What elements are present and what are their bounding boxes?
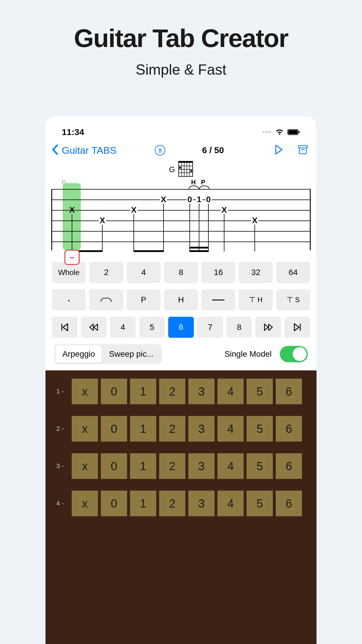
tab-note[interactable]: X [160, 195, 167, 204]
fret-button[interactable]: x [72, 416, 98, 442]
tab-note[interactable]: 1 [196, 195, 202, 204]
tab-note[interactable]: X [68, 205, 76, 215]
play-icon[interactable] [275, 145, 283, 156]
chord-diagram-icon[interactable] [178, 162, 193, 177]
dash-icon [212, 300, 224, 300]
svg-rect-2 [299, 131, 300, 133]
mode-segmented-control[interactable]: Arpeggio Sweep pic... [54, 344, 162, 364]
tab-note[interactable]: 0 [205, 195, 212, 204]
position-4-button[interactable]: 4 [110, 317, 136, 338]
nav-back-label[interactable]: Guitar TABS [62, 145, 117, 156]
pull-off-button[interactable]: P [127, 289, 161, 310]
fret-button[interactable]: 1 [130, 416, 156, 442]
skip-end-button[interactable] [284, 317, 310, 338]
fret-button[interactable]: 6 [276, 416, 302, 442]
fret-row-2: 2 - x 0 1 2 3 4 5 6 [45, 413, 317, 444]
back-chevron-icon[interactable] [51, 144, 59, 156]
duration-8-button[interactable]: 8 [164, 262, 198, 283]
fret-button[interactable]: 4 [217, 453, 244, 479]
delete-note-button[interactable]: – [64, 250, 80, 265]
duration-64-button[interactable]: 64 [276, 262, 310, 283]
fret-button[interactable]: 6 [276, 379, 302, 404]
tab-note[interactable]: 0 [187, 195, 193, 204]
duration-16-button[interactable]: 16 [201, 262, 235, 283]
fret-button[interactable]: 3 [188, 379, 215, 404]
skip-start-icon [59, 322, 70, 332]
segment-sweep[interactable]: Sweep pic... [102, 345, 161, 363]
duration-2-button[interactable]: 2 [89, 262, 123, 283]
fret-button[interactable]: 5 [247, 491, 273, 516]
fret-button[interactable]: 1 [130, 453, 156, 479]
fret-button[interactable]: 0 [101, 491, 127, 516]
fret-button[interactable]: 4 [217, 416, 244, 442]
tab-note[interactable]: X [221, 205, 228, 215]
segment-arpeggio[interactable]: Arpeggio [55, 345, 102, 363]
skip-end-icon [292, 322, 303, 332]
tab-staff-area[interactable]: 6 H P X X X X 0 1 0 X X [45, 178, 317, 262]
tap-slide-button[interactable]: ⊤S [276, 289, 310, 310]
tap-hammer-button[interactable]: ⊤H [239, 289, 273, 310]
fret-button[interactable]: x [72, 453, 98, 479]
fret-button[interactable]: 0 [101, 379, 127, 404]
single-model-toggle[interactable] [280, 346, 308, 362]
single-model-label: Single Model [224, 349, 272, 359]
fret-button[interactable]: 1 [130, 379, 156, 404]
tie-button[interactable] [89, 289, 123, 310]
skip-start-button[interactable] [52, 317, 78, 338]
fast-forward-button[interactable] [255, 317, 281, 338]
fret-button[interactable]: 4 [217, 379, 244, 404]
fret-button[interactable]: x [72, 379, 98, 404]
string-label-3: 3 - [51, 462, 69, 470]
position-6-button[interactable]: 6 [168, 317, 194, 338]
rewind-icon [89, 322, 99, 332]
dot-button[interactable]: · [52, 289, 86, 310]
duration-whole-button[interactable]: Whole [52, 262, 86, 283]
fret-button[interactable]: 5 [247, 453, 273, 479]
fret-button[interactable]: 0 [101, 453, 127, 479]
fret-button[interactable]: 6 [276, 453, 302, 479]
phone-frame: 11:34 •••• Guitar TABS ± 6 / 50 G [45, 116, 317, 644]
string-label-2: 2 - [51, 425, 69, 433]
status-bar: 11:34 •••• [45, 116, 317, 142]
fret-button[interactable]: 3 [188, 491, 215, 516]
duration-4-button[interactable]: 4 [127, 262, 161, 283]
plus-minus-icon[interactable]: ± [155, 145, 165, 155]
status-time: 11:34 [62, 127, 84, 137]
duration-32-button[interactable]: 32 [239, 262, 273, 283]
fret-button[interactable]: 4 [217, 491, 244, 516]
rewind-button[interactable] [81, 317, 107, 338]
fret-button[interactable]: 1 [130, 491, 156, 516]
archive-icon[interactable] [298, 145, 308, 155]
string-label-1: 1 - [51, 388, 69, 395]
hammer-on-button[interactable]: H [164, 289, 198, 310]
mode-row: Arpeggio Sweep pic... Single Model [45, 344, 317, 370]
position-counter: 6 / 50 [202, 145, 224, 155]
tab-note[interactable]: X [251, 216, 259, 225]
tab-note[interactable]: X [130, 205, 138, 215]
tab-note[interactable]: X [99, 216, 106, 225]
position-8-button[interactable]: 8 [226, 317, 252, 338]
fret-button[interactable]: 2 [159, 491, 185, 516]
chord-indicator: G [45, 159, 317, 178]
fret-button[interactable]: 5 [247, 416, 273, 442]
tab-staff[interactable]: H P X X X X 0 1 0 X X – [51, 189, 311, 250]
fret-button[interactable]: x [72, 491, 98, 516]
fret-button[interactable]: 0 [101, 416, 127, 442]
chord-name: G [169, 165, 175, 174]
position-7-button[interactable]: 7 [197, 317, 223, 338]
svg-point-12 [179, 167, 181, 169]
fret-button[interactable]: 5 [247, 379, 273, 404]
fret-button[interactable]: 3 [188, 453, 215, 479]
fret-button[interactable]: 2 [159, 379, 185, 404]
fret-button[interactable]: 3 [188, 416, 215, 442]
battery-icon [287, 129, 300, 135]
fret-button[interactable]: 6 [276, 491, 302, 516]
fretboard: 1 - x 0 1 2 3 4 5 6 2 - x 0 1 2 3 4 5 6 … [45, 370, 317, 644]
fret-button[interactable]: 2 [159, 416, 185, 442]
nav-bar: Guitar TABS ± 6 / 50 [45, 142, 317, 159]
position-5-button[interactable]: 5 [139, 317, 165, 338]
promo-subtitle: Simple & Fast [136, 61, 226, 78]
fret-button[interactable]: 2 [159, 453, 185, 479]
dash-button[interactable] [201, 289, 235, 310]
wifi-icon [275, 129, 284, 135]
